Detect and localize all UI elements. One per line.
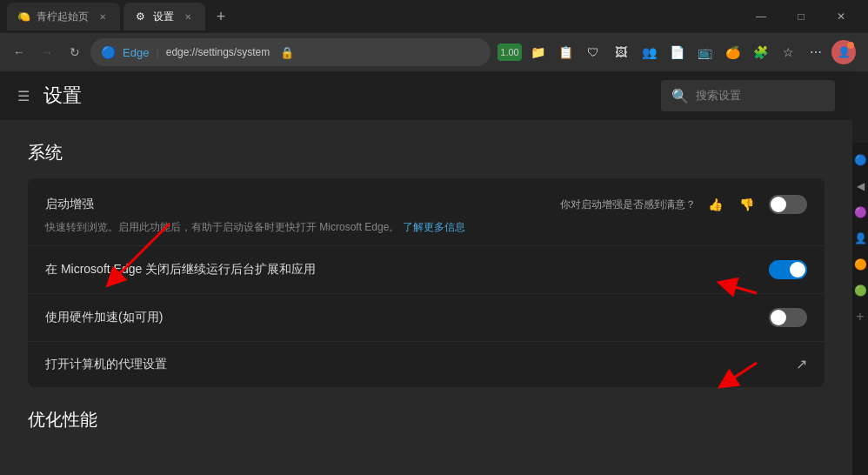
favorites-icon[interactable]: ☆ — [776, 40, 800, 64]
tab-favicon-2: ⚙ — [134, 10, 146, 23]
feedback-text: 你对启动增强是否感到满意？ — [560, 197, 696, 212]
close-button[interactable]: ✕ — [821, 3, 861, 30]
app-name-label: Edge — [123, 46, 149, 59]
maximize-button[interactable]: □ — [781, 3, 821, 30]
url-text: edge://settings/system — [166, 46, 270, 58]
side-panel-icon-5[interactable]: 🟠 — [850, 254, 868, 275]
extensions-icon[interactable]: 1.00 — [497, 43, 522, 61]
startup-boost-toggle[interactable] — [769, 195, 807, 214]
thumbs-down-button[interactable]: 👎 — [734, 192, 758, 217]
startup-boost-label: 启动增强 — [45, 197, 560, 212]
side-panel-icon-4[interactable]: 👤 — [850, 228, 868, 249]
puzzle-icon[interactable]: 🧩 — [748, 40, 772, 64]
hamburger-menu-icon[interactable]: ☰ — [17, 88, 30, 104]
proxy-settings-label: 打开计算机的代理设置 — [45, 357, 796, 372]
address-bar-container: ← → ↻ 🔵 Edge | edge://settings/system 🔒 … — [0, 33, 868, 71]
tv-icon[interactable]: 📺 — [692, 40, 717, 64]
lock-icon: 🔒 — [280, 46, 294, 59]
background-run-toggle[interactable] — [769, 260, 807, 279]
toggle-knob — [771, 197, 786, 212]
people-icon[interactable]: 👥 — [637, 40, 661, 64]
external-link-icon[interactable]: ↗ — [796, 356, 807, 372]
settings-search-box[interactable]: 🔍 搜索设置 — [661, 80, 835, 111]
settings-body: 系统 启动增强 你对启动增强是否感到满意？ 👍 👎 — [0, 120, 852, 475]
tab-settings[interactable]: ⚙ 设置 ✕ — [124, 3, 205, 30]
fruit-icon[interactable]: 🍊 — [720, 40, 744, 64]
toolbar-icons: 1.00 📁 📋 🛡 🖼 👥 📄 📺 🍊 🧩 ☆ ⋯ 👤 — [497, 40, 856, 64]
side-panel: 🔵 ◀ 🟣 👤 🟠 🟢 + — [852, 143, 868, 475]
setting-row-proxy: 打开计算机的代理设置 ↗ — [28, 342, 825, 387]
back-button[interactable]: ← — [7, 40, 31, 64]
separator: | — [156, 46, 158, 59]
section-system-title: 系统 — [28, 141, 825, 164]
tab-close-1[interactable]: ✕ — [96, 10, 110, 23]
edge-icon: 🔵 — [101, 45, 116, 59]
profile-button[interactable]: 👤 — [831, 40, 856, 64]
window-controls: — □ ✕ — [741, 3, 861, 30]
shield-icon[interactable]: 🛡 — [581, 40, 605, 64]
clipboard-icon[interactable]: 📄 — [664, 40, 689, 64]
settings-card-system: 启动增强 你对启动增强是否感到满意？ 👍 👎 快速转到浏览。启用此 — [28, 178, 825, 387]
main-content-area: ☰ 设置 🔍 搜索设置 系统 启动增强 你对 — [0, 71, 868, 475]
side-panel-add[interactable]: + — [850, 306, 868, 327]
startup-boost-sublabel: 快速转到浏览。启用此功能后，有助于启动设备时更快打开 Microsoft Edg… — [45, 220, 465, 235]
side-panel-icon-1[interactable]: 🔵 — [850, 150, 868, 171]
setting-row-background-run: 在 Microsoft Edge 关闭后继续运行后台扩展和应用 — [28, 246, 825, 294]
side-panel-icon-6[interactable]: 🟢 — [850, 280, 868, 301]
new-tab-button[interactable]: + — [209, 4, 233, 29]
tab-label-2: 设置 — [153, 10, 174, 24]
setting-row-startup-boost: 启动增强 你对启动增强是否感到满意？ 👍 👎 快速转到浏览。启用此 — [28, 178, 825, 246]
search-placeholder-text: 搜索设置 — [696, 88, 741, 104]
address-input[interactable]: 🔵 Edge | edge://settings/system 🔒 — [90, 38, 491, 66]
profile-badge — [847, 42, 854, 49]
hardware-accel-label: 使用硬件加速(如可用) — [45, 310, 769, 325]
side-panel-icon-2[interactable]: ◀ — [850, 176, 868, 197]
search-icon: 🔍 — [671, 88, 689, 104]
startup-boost-feedback: 你对启动增强是否感到满意？ 👍 👎 — [560, 192, 758, 217]
more-icon[interactable]: ⋯ — [804, 40, 828, 64]
tab-qingning[interactable]: 🍋 青柠起始页 ✕ — [7, 3, 120, 30]
refresh-button[interactable]: ↻ — [63, 40, 87, 64]
minimize-button[interactable]: — — [741, 3, 781, 30]
section-performance-title: 优化性能 — [28, 408, 825, 432]
tab-favicon-1: 🍋 — [17, 10, 30, 23]
background-run-label: 在 Microsoft Edge 关闭后继续运行后台扩展和应用 — [45, 262, 769, 278]
page-title: 设置 — [43, 83, 82, 109]
sidebar-icon[interactable]: 📋 — [553, 40, 578, 64]
side-panel-icon-3[interactable]: 🟣 — [850, 202, 868, 223]
settings-page: ☰ 设置 🔍 搜索设置 系统 启动增强 你对 — [0, 71, 852, 475]
tab-label-1: 青柠起始页 — [37, 10, 89, 24]
collections-icon[interactable]: 📁 — [525, 40, 550, 64]
startup-boost-main-row: 启动增强 你对启动增强是否感到满意？ 👍 👎 — [45, 192, 807, 217]
tab-close-2[interactable]: ✕ — [181, 10, 195, 23]
tab-bar: 🍋 青柠起始页 ✕ ⚙ 设置 ✕ + — □ ✕ — [0, 0, 868, 33]
browser-window: 🍋 青柠起始页 ✕ ⚙ 设置 ✕ + — □ ✕ ← → ↻ 🔵 Edge | … — [0, 0, 868, 475]
setting-row-hardware-accel: 使用硬件加速(如可用) — [28, 294, 825, 342]
learn-more-link[interactable]: 了解更多信息 — [403, 221, 465, 233]
image-icon[interactable]: 🖼 — [609, 40, 633, 64]
toggle-knob-2 — [790, 262, 805, 278]
thumbs-up-button[interactable]: 👍 — [703, 192, 727, 217]
settings-header: ☰ 设置 🔍 搜索设置 — [0, 71, 852, 120]
forward-button[interactable]: → — [35, 40, 59, 64]
toggle-knob-3 — [771, 310, 786, 325]
hardware-accel-toggle[interactable] — [769, 308, 807, 327]
